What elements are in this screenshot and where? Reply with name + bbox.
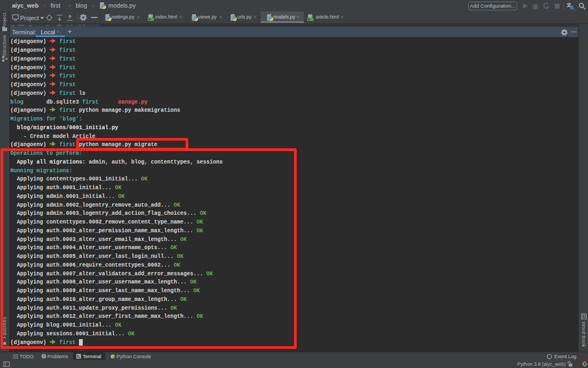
- svg-text:A: A: [570, 4, 574, 10]
